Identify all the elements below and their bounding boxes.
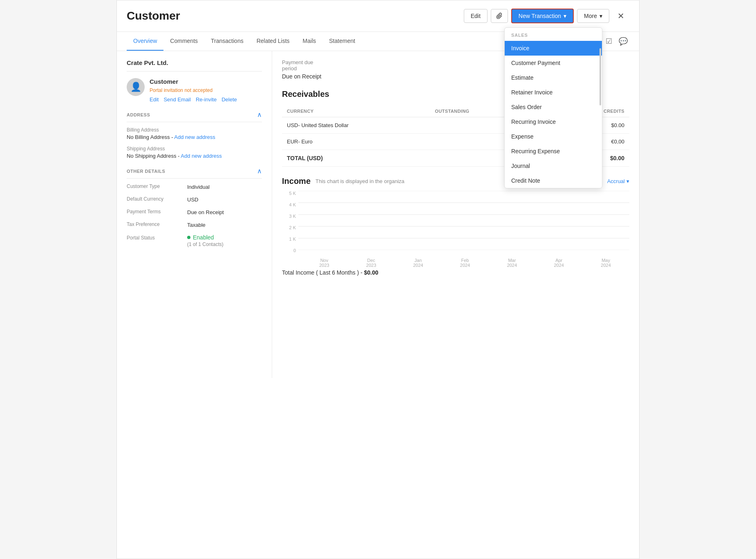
re-invite-link[interactable]: Re-invite [196,96,217,103]
dropdown-item-recurring-invoice[interactable]: Recurring Invoice [505,114,602,129]
edit-customer-link[interactable]: Edit [150,96,159,103]
new-transaction-button[interactable]: New Transaction ▾ [511,9,574,23]
customer-display-name: Customer [150,78,262,85]
dropdown-item-credit-note[interactable]: Credit Note [505,173,602,188]
customer-action-links: Edit Send Email Re-invite Delete [150,96,262,103]
default-currency-row: Default Currency USD [127,196,262,203]
chart-svg [298,191,629,250]
y-label-2k: 2 K [289,225,296,230]
page-title: Customer [127,9,464,22]
tab-transactions[interactable]: Transactions [204,32,250,51]
add-billing-address-link[interactable]: Add new address [174,134,215,140]
other-details-toggle[interactable]: ∧ [257,167,262,175]
customer-name-block: Customer Portal invitation not accepted … [150,78,262,103]
customer-type-value: Individual [187,184,210,190]
address-section-title: ADDRESS [127,112,150,117]
dropdown-item-journal[interactable]: Journal [505,159,602,173]
send-email-link[interactable]: Send Email [163,96,190,103]
x-label-apr: Apr2024 [535,258,582,268]
tab-statement[interactable]: Statement [322,32,362,51]
y-label-3k: 3 K [289,214,296,219]
accrual-button[interactable]: Accrual ▾ [607,178,629,184]
row-currency-eur: EUR- Euro [282,134,430,150]
close-button[interactable]: ✕ [613,8,629,24]
row-currency-usd: USD- United States Dollar [282,117,430,134]
new-transaction-dropdown: SALES Invoice Customer Payment Estimate … [504,27,602,188]
dropdown-item-estimate[interactable]: Estimate [505,70,602,85]
address-toggle[interactable]: ∧ [257,111,262,119]
x-label-mar: Mar2024 [488,258,535,268]
dropdown-item-invoice[interactable]: Invoice [505,41,602,56]
other-details-section-header: OTHER DETAILS ∧ [127,167,262,179]
income-title: Income [282,177,311,186]
payment-terms-label: Payment Terms [127,209,184,215]
contacts-count: (1 of 1 Contacts) [187,241,224,247]
row-total-label: TOTAL (USD) [282,150,430,167]
shipping-address-row: Shipping Address No Shipping Address - A… [127,146,262,159]
chevron-down-accrual: ▾ [626,178,629,184]
tab-related-lists[interactable]: Related Lists [250,32,296,51]
tab-comments[interactable]: Comments [163,32,204,51]
tab-mails[interactable]: Mails [296,32,323,51]
shipping-address-label: Shipping Address [127,146,262,152]
left-panel: Crate Pvt. Ltd. 👤 Customer Portal invita… [117,51,272,378]
portal-status-label: Portal Status [127,234,184,241]
tab-overview[interactable]: Overview [127,32,163,51]
dropdown-item-sales-order[interactable]: Sales Order [505,100,602,114]
dropdown-section-label: SALES [505,28,602,41]
x-label-nov: Nov2023 [301,258,348,268]
payment-terms-row: Payment Terms Due on Receipt [127,209,262,216]
y-label-0: 0 [293,248,296,253]
col-currency: CURRENCY [282,105,430,117]
x-label-feb: Feb2024 [442,258,489,268]
checklist-icon[interactable]: ☑ [604,35,614,47]
y-label-1k: 1 K [289,237,296,241]
attachment-icon [496,13,503,19]
tax-preference-label: Tax Preference [127,221,184,227]
dropdown-item-expense[interactable]: Expense [505,129,602,144]
avatar: 👤 [127,78,145,96]
comment-icon[interactable]: 💬 [617,35,629,47]
green-dot-icon [187,236,190,239]
total-income: Total Income ( Last 6 Months ) - $0.00 [282,269,629,276]
address-section-header: ADDRESS ∧ [127,111,262,122]
y-label-5k: 5 K [289,191,296,196]
billing-address-value: No Billing Address - Add new address [127,134,262,140]
customer-type-row: Customer Type Individual [127,183,262,190]
customer-info: 👤 Customer Portal invitation not accepte… [127,78,262,103]
other-details-title: OTHER DETAILS [127,169,165,174]
edit-button[interactable]: Edit [464,9,488,23]
tax-preference-value: Taxable [187,222,206,228]
header-actions: Edit New Transaction ▾ More ▾ ✕ [464,8,629,24]
chevron-down-icon: ▾ [564,13,566,19]
payment-terms-value: Due on Receipt [187,209,224,215]
x-label-may: May2024 [582,258,629,268]
x-label-dec: Dec2023 [348,258,395,268]
dropdown-item-customer-payment[interactable]: Customer Payment [505,56,602,70]
portal-enabled-status: Enabled [187,234,224,241]
x-label-jan: Jan2024 [395,258,442,268]
shipping-address-value: No Shipping Address - Add new address [127,153,262,159]
default-currency-label: Default Currency [127,196,184,202]
portal-status-row: Portal Status Enabled (1 of 1 Contacts) [127,234,262,247]
dropdown-items-list: Invoice Customer Payment Estimate Retain… [505,41,602,188]
add-shipping-address-link[interactable]: Add new address [181,153,221,159]
delete-link[interactable]: Delete [221,96,237,103]
dropdown-item-retainer-invoice[interactable]: Retainer Invoice [505,85,602,100]
default-currency-value: USD [187,197,198,203]
company-name: Crate Pvt. Ltd. [127,59,262,72]
income-section: Income This chart is displayed in the or… [282,177,629,276]
customer-type-label: Customer Type [127,183,184,189]
income-chart: 5 K 4 K 3 K 2 K 1 K 0 [282,191,629,264]
tabs-right-actions: ☑ 💬 [604,35,629,47]
billing-address-label: Billing Address [127,127,262,133]
more-button[interactable]: More ▾ [577,9,609,23]
chevron-down-icon-more: ▾ [599,13,602,19]
portal-invitation-status: Portal invitation not accepted [150,87,262,93]
billing-address-row: Billing Address No Billing Address - Add… [127,127,262,140]
dropdown-item-recurring-expense[interactable]: Recurring Expense [505,144,602,159]
person-icon: 👤 [130,82,141,92]
attachment-button[interactable] [491,9,508,23]
tax-preference-row: Tax Preference Taxable [127,221,262,228]
enabled-text: Enabled [193,234,214,241]
